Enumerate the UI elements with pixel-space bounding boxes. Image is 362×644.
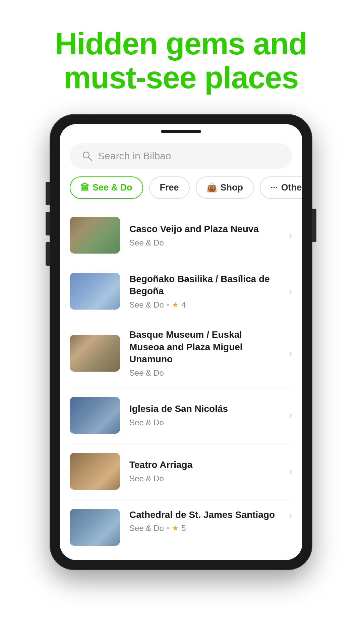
chevron-right-icon: › [289,347,292,359]
list-item[interactable]: Casco Veijo and Plaza NeuvaSee & Do› [60,207,302,263]
other-icon: ··· [270,182,278,193]
headline-section: Hidden gems and must-see places [0,0,362,115]
place-content: Teatro ArriagaSee & Do [129,459,279,483]
place-content: Cathedral de St. James SantiagoSee & Do•… [129,509,279,533]
search-icon [82,151,93,161]
place-image [70,273,120,310]
place-title: Teatro Arriaga [129,459,279,471]
place-meta: See & Do [129,474,279,483]
place-category: See & Do [129,524,164,533]
place-category: See & Do [129,238,164,248]
rating-number: 4 [181,300,186,310]
chevron-right-icon: › [289,465,292,477]
star-icon: ★ [172,301,179,309]
meta-dot: • [167,524,169,533]
notch-pill [161,130,201,133]
phone-outer-frame: Search in Bilbao 🏛 See & Do Free 👜 Shop … [50,115,312,570]
place-content: Iglesia de San NicolásSee & Do [129,403,279,427]
tab-other[interactable]: ··· Other [260,176,302,199]
place-category: See & Do [129,368,164,378]
place-title: Basque Museum / Euskal Museoa and Plaza … [129,329,279,365]
phone-screen: Search in Bilbao 🏛 See & Do Free 👜 Shop … [60,124,302,560]
place-content: Basque Museum / Euskal Museoa and Plaza … [129,329,279,377]
svg-line-1 [88,157,92,160]
star-icon: ★ [172,524,179,533]
place-content: Casco Veijo and Plaza NeuvaSee & Do [129,223,279,247]
place-meta: See & Do [129,238,279,248]
place-meta: See & Do•★5 [129,524,279,533]
headline-text: Hidden gems and must-see places [20,27,342,95]
see-do-icon: 🏛 [80,182,89,193]
places-list: Casco Veijo and Plaza NeuvaSee & Do›Bego… [60,207,302,549]
place-category: See & Do [129,300,164,310]
chevron-right-icon: › [289,409,292,421]
filter-tabs: 🏛 See & Do Free 👜 Shop ··· Other [60,176,302,207]
place-category: See & Do [129,474,164,483]
place-image [70,335,120,372]
list-item[interactable]: Teatro ArriagaSee & Do› [60,443,302,499]
search-placeholder: Search in Bilbao [98,150,171,162]
list-item[interactable]: Cathedral de St. James SantiagoSee & Do•… [60,499,302,549]
place-meta: See & Do•★4 [129,300,279,310]
place-image [70,509,120,546]
place-meta: See & Do [129,418,279,427]
chevron-right-icon: › [289,509,292,521]
tab-shop[interactable]: 👜 Shop [196,176,254,199]
place-title: Iglesia de San Nicolás [129,403,279,415]
place-meta: See & Do [129,368,279,378]
phone-mockup: Search in Bilbao 🏛 See & Do Free 👜 Shop … [50,115,312,570]
tab-see-do[interactable]: 🏛 See & Do [70,176,143,199]
tab-free[interactable]: Free [149,176,190,199]
list-item[interactable]: Begoñako Basilika / Basílica de BegoñaSe… [60,263,302,319]
place-image [70,453,120,490]
search-bar[interactable]: Search in Bilbao [70,143,292,169]
chevron-right-icon: › [289,229,292,241]
place-category: See & Do [129,418,164,427]
place-image [70,397,120,434]
place-title: Cathedral de St. James Santiago [129,509,279,521]
rating-number: 5 [181,524,186,533]
shop-icon: 👜 [206,182,217,193]
place-image [70,217,120,254]
list-item[interactable]: Iglesia de San NicolásSee & Do› [60,387,302,443]
place-title: Casco Veijo and Plaza Neuva [129,223,279,235]
chevron-right-icon: › [289,285,292,298]
place-content: Begoñako Basilika / Basílica de BegoñaSe… [129,273,279,310]
status-bar [60,124,302,136]
list-item[interactable]: Basque Museum / Euskal Museoa and Plaza … [60,319,302,387]
place-title: Begoñako Basilika / Basílica de Begoña [129,273,279,298]
meta-dot: • [167,300,169,310]
